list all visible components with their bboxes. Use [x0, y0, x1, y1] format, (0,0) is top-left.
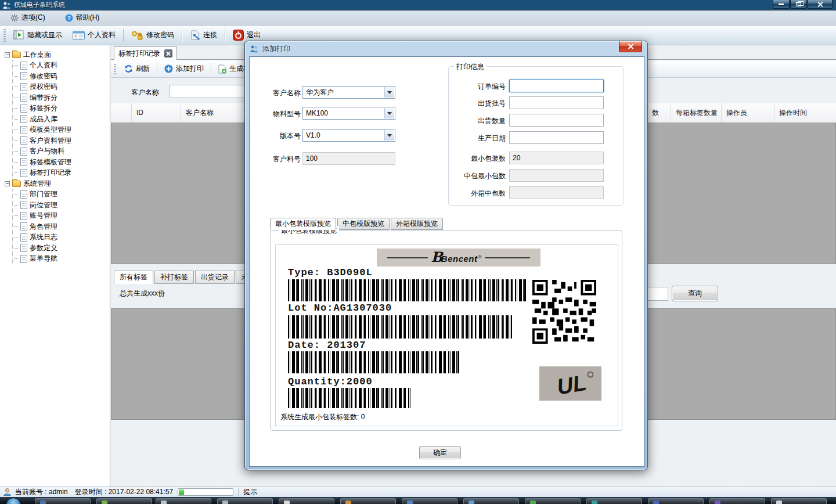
tree-item-customer-info[interactable]: 客户资料管理 [13, 135, 110, 146]
add-print-dialog: 添加打印 客户名称 华为客户 物料型号 MK100 版本号 V1.0 客户料号 … [244, 41, 648, 470]
tree-item-auth-password[interactable]: 授权密码 [13, 82, 110, 93]
taskbar-button[interactable] [156, 498, 211, 504]
customer-combo[interactable]: 华为客户 [302, 86, 395, 99]
connect-button[interactable]: 连接 [185, 27, 222, 44]
document-icon [20, 93, 27, 102]
taskbar-button[interactable] [463, 498, 519, 504]
customer-name-input[interactable] [170, 85, 247, 98]
mid-min-input[interactable] [509, 169, 604, 182]
start-button[interactable] [6, 498, 21, 504]
barcode-date [288, 351, 462, 373]
tree-item-template-type[interactable]: 模板类型管理 [13, 125, 110, 136]
taskbar-button[interactable] [35, 498, 91, 504]
toolbar-separator [157, 63, 157, 75]
tree-item-account[interactable]: 账号管理 [13, 211, 110, 222]
add-icon [164, 64, 173, 73]
tree-item-label: 部门管理 [30, 189, 57, 199]
menu-item-options[interactable]: 选项(C) [8, 12, 48, 24]
material-combo[interactable]: MK100 [302, 107, 395, 120]
taskbar-button[interactable] [340, 498, 396, 504]
prod-date-input[interactable] [509, 131, 604, 144]
version-combo[interactable]: V1.0 [302, 129, 395, 142]
tree-item-menu-nav[interactable]: 菜单导航 [13, 254, 110, 265]
outer-mid-input[interactable] [509, 186, 604, 199]
tree-item-stock-in[interactable]: 成品入库 [13, 114, 110, 125]
dialog-close-button[interactable] [619, 41, 642, 52]
toggle-panel-button[interactable]: 隐藏或显示 [8, 27, 67, 44]
generate-reprint-icon [218, 64, 226, 74]
toolbar-separator [211, 63, 211, 75]
tab-min-pack-preview[interactable]: 最小包装模版预览 [270, 218, 336, 230]
profile-button[interactable]: 个人资料 [67, 27, 121, 44]
tree-item-label: 修改密码 [30, 71, 57, 81]
tree-item-label: 个人资料 [30, 60, 57, 70]
tree-item-label-template[interactable]: 标签模板管理 [13, 157, 110, 168]
taskbar-button[interactable] [525, 498, 581, 504]
tab-reprint-labels[interactable]: 补打标签 [154, 271, 194, 284]
query-button[interactable]: 查询 [672, 286, 718, 301]
document-icon [20, 169, 27, 177]
dialog-titlebar: 添加打印 [245, 41, 647, 56]
tree-item-system-log[interactable]: 系统日志 [13, 232, 110, 243]
toolbar-separator [123, 29, 124, 42]
toggle-panel-label: 隐藏或显示 [27, 30, 62, 40]
taskbar-button[interactable] [709, 498, 765, 504]
taskbar-button[interactable] [402, 498, 457, 504]
taskbar-button[interactable] [217, 498, 273, 504]
ship-qty-input[interactable] [509, 114, 604, 127]
order-no-input[interactable] [509, 80, 604, 92]
tab-print-record[interactable]: 标签打印记录 [114, 46, 177, 60]
sidebar-tree: 工作桌面 个人资料 修改密码 授权密码 编带拆分 标签拆分 成品入库 模板类型管… [0, 45, 110, 487]
restore-icon [796, 2, 801, 6]
tree-item-tape-split[interactable]: 编带拆分 [13, 92, 110, 103]
part-no-input[interactable] [302, 152, 395, 165]
tree-group-system[interactable]: 系统管理 [5, 178, 110, 189]
brand-banner: B Bencent ® [377, 249, 540, 267]
refresh-button[interactable]: 刷新 [120, 62, 154, 76]
tree-item-print-record[interactable]: 标签打印记录 [13, 168, 110, 179]
tree-group-workdesk[interactable]: 工作桌面 [5, 49, 110, 60]
change-password-button[interactable]: 修改密码 [126, 27, 179, 44]
tree-expander[interactable] [5, 181, 10, 186]
taskbar-button[interactable] [279, 498, 334, 504]
tree-item-change-password[interactable]: 修改密码 [13, 71, 110, 82]
combo-dropdown-button[interactable] [384, 108, 394, 118]
tree-item-role[interactable]: 角色管理 [13, 221, 110, 232]
tree-item-parameter[interactable]: 参数定义 [13, 243, 110, 254]
dialog-close-icon [628, 44, 634, 49]
taskbar-button[interactable] [771, 498, 827, 504]
combo-dropdown-button[interactable] [384, 130, 394, 141]
add-print-button[interactable]: 添加打印 [160, 62, 208, 76]
ship-qty-label: 出货数量 [451, 116, 506, 126]
taskbar-button[interactable] [586, 498, 642, 504]
tab-all-labels[interactable]: 所有标签 [114, 271, 153, 284]
tree-item-label-split[interactable]: 标签拆分 [13, 103, 110, 114]
svg-text:UL: UL [555, 370, 588, 399]
tab-outer-box-preview[interactable]: 外箱模版预览 [391, 218, 443, 230]
ship-batch-input[interactable] [509, 96, 604, 109]
minimize-button[interactable] [773, 0, 790, 9]
document-icon [20, 147, 27, 156]
taskbar-button[interactable] [96, 498, 152, 504]
ok-button[interactable]: 确定 [419, 446, 461, 459]
tree-item-label: 标签模板管理 [30, 157, 71, 167]
taskbar-button[interactable] [648, 498, 704, 504]
tab-mid-pack-preview[interactable]: 中包模版预览 [337, 218, 390, 230]
restore-button[interactable] [790, 0, 807, 9]
banner-rule [387, 257, 428, 258]
tree-expander[interactable] [5, 52, 10, 57]
menu-item-help[interactable]: ? 帮助(H) [63, 12, 102, 24]
tree-item-customer-material[interactable]: 客户与物料 [13, 146, 110, 157]
document-icon [20, 105, 27, 113]
tree-item-position[interactable]: 岗位管理 [13, 200, 110, 211]
close-button[interactable] [808, 0, 833, 9]
tab-close-icon[interactable] [164, 49, 172, 57]
gear-icon [10, 14, 19, 22]
tree-group-label: 系统管理 [23, 179, 51, 189]
tree-item-department[interactable]: 部门管理 [13, 189, 110, 200]
tab-shipment-record[interactable]: 出货记录 [195, 271, 235, 284]
add-print-label: 添加打印 [176, 64, 204, 74]
min-pack-input[interactable] [509, 152, 604, 164]
tree-item-personal-info[interactable]: 个人资料 [13, 60, 110, 71]
combo-dropdown-button[interactable] [384, 87, 394, 98]
